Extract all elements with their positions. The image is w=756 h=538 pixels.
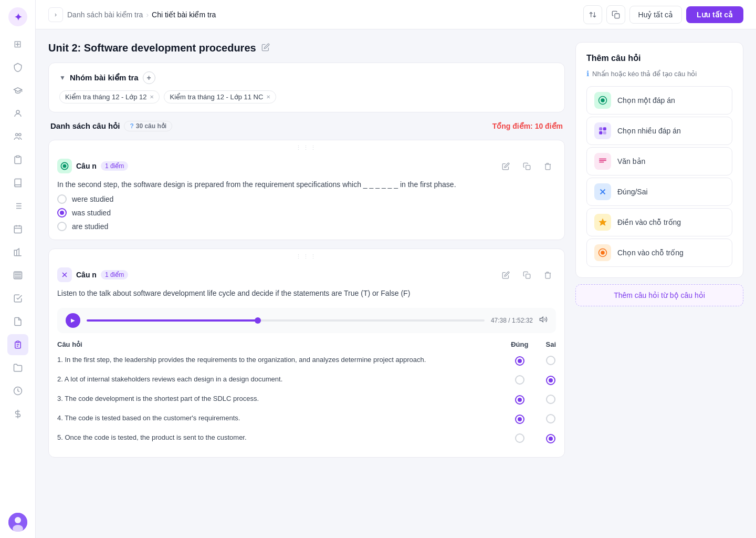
sidebar-item-calendar[interactable] <box>7 219 28 240</box>
svg-rect-5 <box>16 156 19 158</box>
group-collapse-icon[interactable]: ▼ <box>59 74 66 81</box>
sidebar-item-grid[interactable]: ⊞ <box>7 34 28 55</box>
save-all-button[interactable]: Lưu tất cả <box>686 6 743 23</box>
copy-button[interactable] <box>606 5 625 24</box>
sidebar-item-notebook[interactable] <box>7 265 28 286</box>
sidebar-item-clipboard[interactable] <box>7 149 28 170</box>
sidebar-item-graduation[interactable] <box>7 80 28 101</box>
type-fill-blank[interactable]: Điền vào chỗ trống <box>586 208 732 236</box>
type-true-false[interactable]: Đúng/Sai <box>586 178 732 206</box>
table-row: 4. The code is tested based on the custo… <box>49 410 564 429</box>
tag-close-icon[interactable]: ✕ <box>150 94 154 100</box>
option-1-2[interactable]: was studied <box>57 208 556 218</box>
cancel-all-button[interactable]: Huỷ tất cả <box>629 6 682 24</box>
add-from-bank-button[interactable]: Thêm câu hỏi từ bộ câu hỏi <box>575 284 743 306</box>
logo[interactable]: ✦ <box>7 6 28 27</box>
tf-radio-2-false[interactable] <box>546 376 555 385</box>
row-5-true[interactable] <box>502 429 538 449</box>
tf-radio-4-true[interactable] <box>515 415 524 424</box>
row-2-text: 2. A lot of internal stakeholders review… <box>49 371 502 390</box>
question-1-copy-icon[interactable] <box>518 158 535 174</box>
question-card-2-header: Câu n 1 điểm <box>49 260 564 287</box>
svg-point-16 <box>63 164 66 167</box>
audio-time: 47:38 / 1:52:32 <box>491 317 533 324</box>
sidebar-toggle[interactable]: › <box>48 7 63 22</box>
progress-thumb <box>255 317 261 324</box>
radio-1-3[interactable] <box>57 222 67 231</box>
row-4-true[interactable] <box>502 410 538 429</box>
radio-1-2[interactable] <box>57 208 67 218</box>
question-list-header: Danh sách câu hỏi ? 30 câu hỏi Tổng điểm… <box>48 121 565 131</box>
tf-radio-3-true[interactable] <box>515 395 524 405</box>
tf-radio-2-true[interactable] <box>515 375 524 385</box>
user-avatar[interactable] <box>8 513 27 532</box>
sidebar-item-history[interactable] <box>7 380 28 401</box>
sidebar-item-book[interactable] <box>7 172 28 193</box>
row-1-false[interactable] <box>538 351 564 371</box>
type-true-false-label: Đúng/Sai <box>617 188 648 196</box>
type-text[interactable]: Văn bản <box>586 147 732 175</box>
play-button[interactable]: ▶ <box>66 313 80 328</box>
question-1-title: Câu n <box>76 162 97 170</box>
sidebar-item-checklist[interactable] <box>7 288 28 309</box>
sidebar-item-list[interactable] <box>7 195 28 216</box>
sidebar-item-doc[interactable] <box>7 311 28 332</box>
tf-radio-4-false[interactable] <box>546 414 555 423</box>
breadcrumb-root[interactable]: Danh sách bài kiểm tra <box>67 11 143 19</box>
question-card-2: ⋮⋮⋮ Câu n 1 điểm <box>48 249 565 457</box>
sidebar-item-users[interactable] <box>7 126 28 147</box>
add-group-button[interactable]: + <box>143 71 155 84</box>
type-single-choice-label: Chọn một đáp án <box>617 96 675 105</box>
option-1-1[interactable]: were studied <box>57 194 556 204</box>
drag-handle-1[interactable]: ⋮⋮⋮ <box>49 140 564 151</box>
row-5-false[interactable] <box>538 429 564 449</box>
type-choose-blank[interactable]: Chọn vào chỗ trống <box>586 239 732 267</box>
svg-rect-20 <box>526 274 530 278</box>
svg-rect-6 <box>14 226 22 233</box>
question-2-delete-icon[interactable] <box>539 266 556 283</box>
tag-label: Kiểm tra tháng 12 - Lớp 12 <box>65 93 146 101</box>
sidebar-item-building[interactable] <box>7 242 28 263</box>
unit-edit-icon[interactable] <box>261 43 270 54</box>
tf-radio-1-true[interactable] <box>515 356 524 366</box>
row-2-false[interactable] <box>538 371 564 390</box>
row-1-true[interactable] <box>502 351 538 371</box>
row-3-false[interactable] <box>538 390 564 410</box>
type-single-choice[interactable]: Chọn một đáp án <box>586 86 732 115</box>
row-2-true[interactable] <box>502 371 538 390</box>
question-type-list: Chọn một đáp án Chọn nhiều đáp án Văn bả… <box>586 86 732 267</box>
tag-item[interactable]: Kiểm tra tháng 12 - Lớp 12 ✕ <box>59 90 160 104</box>
sidebar-item-shield[interactable] <box>7 57 28 78</box>
question-1-score: 1 điểm <box>101 161 128 171</box>
question-2-edit-icon[interactable] <box>497 266 514 283</box>
progress-bar[interactable] <box>87 319 485 322</box>
sort-button[interactable] <box>583 5 602 24</box>
row-4-false[interactable] <box>538 410 564 429</box>
sidebar-item-folder[interactable] <box>7 357 28 378</box>
svg-rect-27 <box>603 131 606 134</box>
sidebar-item-user[interactable] <box>7 103 28 124</box>
question-1-type-icon <box>57 159 72 173</box>
tf-radio-5-true[interactable] <box>515 433 524 443</box>
question-2-copy-icon[interactable] <box>518 266 535 283</box>
tf-radio-5-false[interactable] <box>546 434 555 443</box>
drag-handle-2[interactable]: ⋮⋮⋮ <box>49 249 564 260</box>
sidebar-item-dollar[interactable] <box>7 404 28 425</box>
sidebar-item-exam[interactable] <box>7 334 28 355</box>
volume-icon[interactable] <box>539 315 548 325</box>
option-1-3[interactable]: are studied <box>57 222 556 231</box>
content-area: Unit 2: Software development procedures … <box>36 29 756 538</box>
tag-item[interactable]: Kiểm tra tháng 12 - Lớp 11 NC ✕ <box>164 90 276 104</box>
row-3-true[interactable] <box>502 390 538 410</box>
tf-radio-1-false[interactable] <box>546 356 555 365</box>
question-1-edit-icon[interactable] <box>497 158 514 174</box>
radio-1-1[interactable] <box>57 194 67 204</box>
topbar-actions: Huỷ tất cả Lưu tất cả <box>583 5 743 24</box>
group-section: ▼ Nhóm bài kiểm tra + Kiểm tra tháng 12 … <box>48 63 565 112</box>
row-3-text: 3. The code development is the shortest … <box>49 390 502 410</box>
tf-radio-3-false[interactable] <box>546 395 555 404</box>
tag-close-icon[interactable]: ✕ <box>266 94 270 100</box>
question-1-delete-icon[interactable] <box>539 158 556 174</box>
type-multi-choice[interactable]: Chọn nhiều đáp án <box>586 117 732 145</box>
question-2-type-badge: Câu n 1 điểm <box>57 267 128 282</box>
